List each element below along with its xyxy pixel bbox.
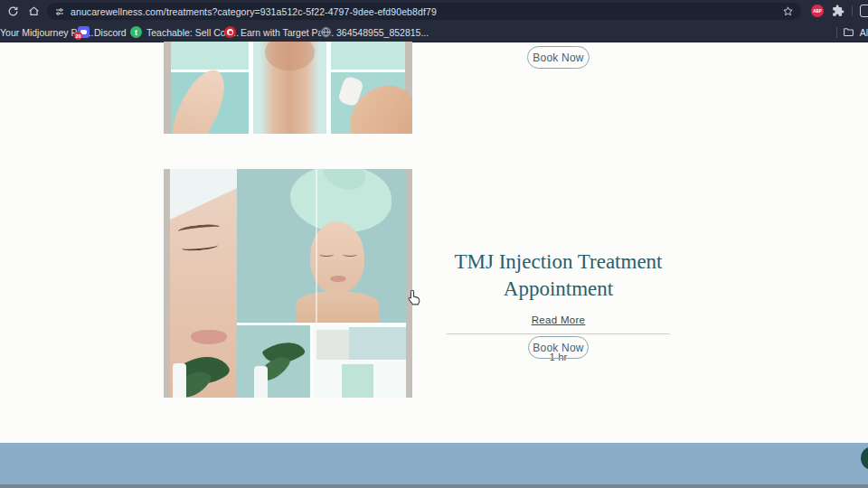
- adblock-extension-icon[interactable]: ABP: [811, 5, 824, 17]
- bookmark-star-icon[interactable]: [782, 5, 794, 17]
- teachable-favicon: t: [130, 26, 142, 38]
- bookmarks-separator: [836, 27, 837, 38]
- discord-badge: 20: [74, 32, 82, 40]
- discord-favicon: 20: [78, 26, 90, 38]
- treatment-image-collage-tmj: [164, 169, 412, 398]
- book-now-button-tmj[interactable]: Book Now: [528, 336, 589, 359]
- read-more-link[interactable]: Read More: [532, 314, 586, 325]
- site-footer: [0, 443, 868, 484]
- url-bar[interactable]: anucarewellness.com/treatments?category=…: [47, 3, 801, 20]
- adblock-label: ABP: [813, 9, 822, 14]
- treatment-image-collage-top: [164, 42, 412, 134]
- toolbar-separator: [852, 5, 853, 16]
- bookmark-discord[interactable]: 20 Discord: [78, 22, 127, 42]
- site-info-icon[interactable]: [54, 6, 65, 17]
- bookmark-numeric-file[interactable]: 364548955_852815...: [320, 22, 429, 42]
- bookmark-target-partners[interactable]: Earn with Target Par...: [224, 22, 334, 42]
- browser-toolbar: anucarewellness.com/treatments?category=…: [0, 0, 868, 22]
- treatments-page: Book Now: [0, 42, 868, 488]
- globe-favicon: [320, 26, 332, 38]
- all-bookmarks-button[interactable]: Al: [836, 22, 868, 42]
- browser-window: anucarewellness.com/treatments?category=…: [0, 0, 868, 488]
- bookmark-teachable[interactable]: t Teachable: Sell Cou...: [130, 22, 239, 42]
- bookmark-label: Discord: [94, 27, 127, 38]
- bookmarks-bar: Your Midjourney Pro... 20 Discord t Teac…: [0, 22, 868, 42]
- folder-icon: [843, 26, 854, 38]
- card-divider: [447, 333, 670, 334]
- bookmark-label: 364548955_852815...: [336, 27, 429, 38]
- tmj-card-text: TMJ Injection Treatment Appointment Read…: [447, 249, 670, 327]
- extensions-puzzle-icon[interactable]: [831, 4, 845, 18]
- footer-bottom-strip: [0, 484, 868, 488]
- all-bookmarks-label: Al: [860, 27, 868, 38]
- reload-icon[interactable]: [5, 4, 20, 18]
- url-text[interactable]: anucarewellness.com/treatments?category=…: [71, 6, 782, 17]
- profile-avatar-partial[interactable]: [860, 5, 868, 17]
- book-now-button-top[interactable]: Book Now: [527, 46, 590, 69]
- target-favicon: [224, 26, 236, 38]
- home-icon[interactable]: [26, 4, 41, 18]
- treatment-title: TMJ Injection Treatment Appointment: [447, 249, 670, 303]
